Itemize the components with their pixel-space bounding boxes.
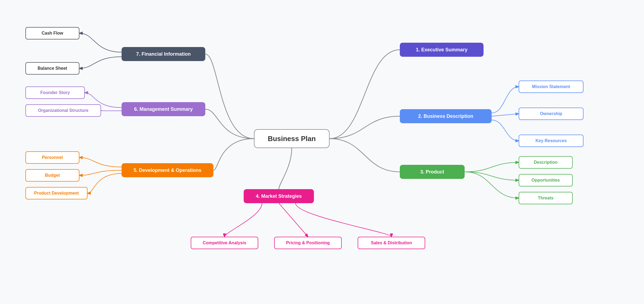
opport-node[interactable]: Opportunities <box>519 174 573 186</box>
devops-node[interactable]: 5. Development & Operations <box>122 163 213 177</box>
compet-node[interactable]: Competitive Analysis <box>191 237 258 249</box>
fin-node[interactable]: 7. Financial Information <box>122 47 205 61</box>
desc-node[interactable]: Description <box>519 156 573 169</box>
founder-label: Founder Story <box>40 90 70 95</box>
budget-node[interactable]: Budget <box>25 169 79 182</box>
orgstruct-node[interactable]: Organizational Structure <box>25 104 101 117</box>
fin-label: 7. Financial Information <box>136 51 191 57</box>
biz-node[interactable]: 2. Business Description <box>400 109 492 123</box>
exec-node[interactable]: 1. Executive Summary <box>400 43 484 57</box>
cashflow-node[interactable]: Cash Flow <box>25 27 79 39</box>
threats-label: Threats <box>538 196 554 201</box>
exec-label: 1. Executive Summary <box>416 47 467 53</box>
pricing-label: Pricing & Positioning <box>286 240 330 245</box>
founder-node[interactable]: Founder Story <box>25 86 85 99</box>
desc-label: Description <box>534 160 558 165</box>
threats-node[interactable]: Threats <box>519 192 573 204</box>
devops-label: 5. Development & Operations <box>133 168 201 173</box>
pricing-node[interactable]: Pricing & Positioning <box>274 237 342 249</box>
personnel-node[interactable]: Personnel <box>25 151 79 164</box>
cashflow-label: Cash Flow <box>42 31 63 36</box>
orgstruct-label: Organizational Structure <box>38 108 89 113</box>
budget-label: Budget <box>45 173 60 178</box>
biz-label: 2. Business Description <box>418 113 473 119</box>
mgmt-node[interactable]: 6. Management Summary <box>122 102 205 116</box>
balance-node[interactable]: Balance Sheet <box>25 62 79 75</box>
mgmt-label: 6. Management Summary <box>134 106 193 112</box>
personnel-label: Personnel <box>42 155 63 160</box>
compet-label: Competitive Analysis <box>203 240 246 245</box>
keyres-label: Key Resources <box>535 138 567 143</box>
market-label: 4. Market Strategies <box>256 193 302 199</box>
proddev-label: Product Development <box>34 191 79 196</box>
proddev-node[interactable]: Product Development <box>25 187 88 199</box>
center-node[interactable]: Business Plan <box>254 129 330 148</box>
market-node[interactable]: 4. Market Strategies <box>244 189 314 203</box>
keyres-node[interactable]: Key Resources <box>519 135 583 147</box>
ownership-label: Ownership <box>540 111 562 116</box>
product-label: 3. Product <box>420 169 444 175</box>
ownership-node[interactable]: Ownership <box>519 108 583 120</box>
sales-label: Sales & Distribution <box>371 240 412 245</box>
mission-node[interactable]: Mission Statement <box>519 81 583 93</box>
balance-label: Balance Sheet <box>38 66 67 71</box>
product-node[interactable]: 3. Product <box>400 165 465 179</box>
opport-label: Opportunities <box>532 178 560 183</box>
mission-label: Mission Statement <box>532 84 570 89</box>
sales-node[interactable]: Sales & Distribution <box>358 237 425 249</box>
center-label: Business Plan <box>268 135 316 143</box>
